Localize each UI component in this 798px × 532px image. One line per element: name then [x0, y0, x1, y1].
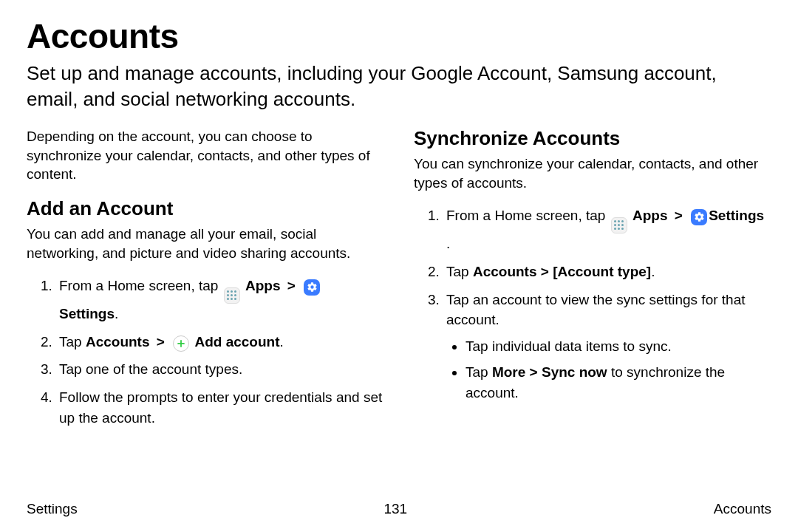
sync-step1-pretext: From a Home screen, tap — [446, 208, 610, 223]
settings-icon — [304, 279, 320, 296]
add-account-desc: You can add and manage all your email, s… — [27, 225, 384, 262]
period: . — [651, 264, 655, 279]
add-step2-accounts: Accounts — [86, 334, 150, 349]
add-step2-add: Add account — [194, 334, 279, 349]
page-footer: Settings 131 Accounts — [27, 491, 771, 517]
space-period: . — [446, 236, 450, 251]
sync-steps: From a Home screen, tap Apps > Settings … — [414, 205, 771, 403]
period: . — [115, 306, 118, 321]
settings-icon — [691, 209, 707, 225]
sync-bullet-1: Tap individual data items to sync. — [466, 336, 771, 357]
sync-step-3: Tap an account to view the sync settings… — [443, 290, 771, 403]
apps-label: Apps — [632, 208, 668, 223]
sync-step3-text: Tap an account to view the sync settings… — [446, 292, 746, 328]
footer-page-number: 131 — [383, 501, 407, 517]
sync-bullet2-pre: Tap — [466, 364, 492, 380]
settings-label: Settings — [59, 306, 115, 321]
period: . — [280, 334, 284, 349]
add-step-2: Tap Accounts > Add account. — [56, 332, 384, 352]
sync-bullets: Tap individual data items to sync. Tap M… — [446, 336, 771, 403]
sync-step2-pretext: Tap — [446, 264, 473, 279]
apps-icon — [611, 217, 627, 233]
left-column: Depending on the account, you can choose… — [27, 127, 384, 491]
footer-right: Accounts — [714, 501, 771, 517]
apps-icon — [224, 287, 240, 304]
sync-step-2: Tap Accounts > [Account type]. — [443, 262, 771, 282]
page: Accounts Set up and manage accounts, inc… — [0, 0, 798, 532]
apps-label: Apps — [245, 278, 281, 293]
chevron-icon: > — [675, 205, 683, 226]
footer-left: Settings — [27, 501, 78, 517]
sync-desc: You can synchronize your calendar, conta… — [414, 154, 771, 192]
add-step-1: From a Home screen, tap Apps > Settings. — [56, 276, 384, 324]
add-account-heading: Add an Account — [27, 197, 384, 220]
add-step1-pretext: From a Home screen, tap — [59, 278, 222, 293]
chevron-icon: > — [287, 276, 296, 296]
page-intro: Set up and manage accounts, including yo… — [27, 61, 771, 112]
plus-icon — [173, 335, 189, 352]
settings-label: Settings — [709, 208, 764, 223]
page-title: Accounts — [27, 16, 771, 56]
sync-step-1: From a Home screen, tap Apps > Settings … — [443, 205, 771, 254]
add-step-3: Tap one of the account types. — [56, 359, 384, 380]
add-step-4: Follow the prompts to enter your credent… — [56, 387, 384, 428]
sync-step2-bold: Accounts > [Account type] — [473, 264, 651, 279]
left-note: Depending on the account, you can choose… — [27, 127, 384, 184]
add-account-steps: From a Home screen, tap Apps > Settings.… — [27, 276, 384, 428]
sync-heading: Synchronize Accounts — [414, 127, 771, 150]
right-column: Synchronize Accounts You can synchronize… — [414, 127, 771, 491]
sync-bullet2-bold: More > Sync now — [492, 364, 607, 380]
chevron-icon: > — [157, 332, 165, 352]
content-columns: Depending on the account, you can choose… — [27, 127, 771, 491]
sync-bullet-2: Tap More > Sync now to synchronize the a… — [466, 362, 771, 403]
add-step2-pretext: Tap — [59, 334, 86, 349]
